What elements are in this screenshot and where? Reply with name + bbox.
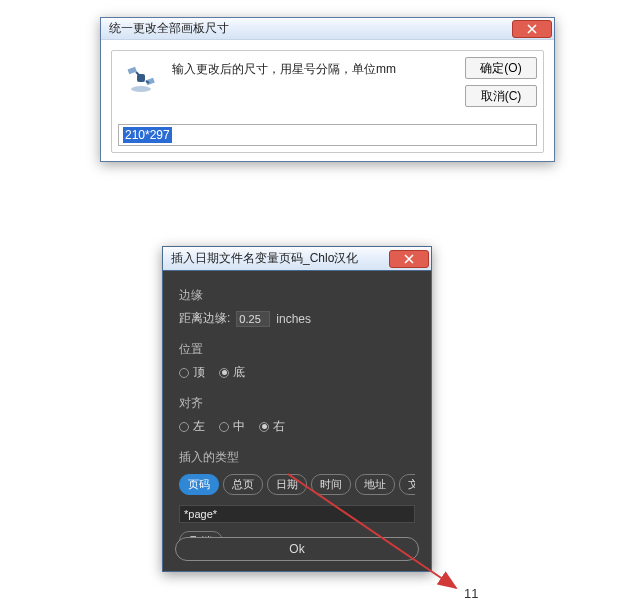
insert-type-row: 页码 总页 日期 时间 地址 文件名 [179,474,415,495]
dialog-message: 输入更改后的尺寸，用星号分隔，单位mm [172,61,396,78]
close-button[interactable] [512,20,552,38]
resize-artboards-dialog: 统一更改全部画板尺寸 输入更改后的尺寸，用星号分隔，单位mm 确定(O) 取消(… [100,17,555,162]
page-number: 11 [464,586,478,601]
titlebar[interactable]: 统一更改全部画板尺寸 [101,18,554,40]
svg-line-4 [136,72,139,75]
align-group-label: 对齐 [179,395,415,412]
dialog-title: 统一更改全部画板尺寸 [109,20,512,37]
position-radio-bottom[interactable]: 底 [219,364,245,381]
type-pill-date[interactable]: 日期 [267,474,307,495]
satellite-icon [124,61,158,95]
close-icon [527,24,537,34]
titlebar[interactable]: 插入日期文件名变量页码_Chlo汉化 [163,247,431,271]
dialog-buttons: 确定(O) 取消(C) [465,57,537,107]
size-input[interactable]: 210*297 [118,124,537,146]
type-pill-page[interactable]: 页码 [179,474,219,495]
dialog-inner: 输入更改后的尺寸，用星号分隔，单位mm 确定(O) 取消(C) 210*297 [111,50,544,153]
type-pill-filename[interactable]: 文件名 [399,474,415,495]
margin-group-label: 边缘 [179,287,415,304]
dialog-body: 输入更改后的尺寸，用星号分隔，单位mm 确定(O) 取消(C) 210*297 [101,40,554,161]
position-radio-row: 顶 底 [179,364,415,381]
margin-field-label: 距离边缘: [179,310,230,327]
align-radio-left[interactable]: 左 [179,418,205,435]
align-radio-right[interactable]: 右 [259,418,285,435]
dialog-title: 插入日期文件名变量页码_Chlo汉化 [171,250,389,267]
close-icon [404,254,414,264]
dialog-body: 边缘 距离边缘: inches 位置 顶 底 对齐 左 中 右 插入的类型 页码… [163,271,431,571]
position-group-label: 位置 [179,341,415,358]
insert-type-group-label: 插入的类型 [179,449,415,466]
align-radio-center[interactable]: 中 [219,418,245,435]
svg-point-0 [131,86,151,92]
ok-button[interactable]: Ok [175,537,419,561]
close-button[interactable] [389,250,429,268]
margin-unit: inches [276,312,311,326]
size-input-value: 210*297 [123,127,172,143]
ok-button[interactable]: 确定(O) [465,57,537,79]
margin-input[interactable] [236,311,270,327]
code-input[interactable] [179,505,415,523]
svg-rect-2 [128,67,137,74]
cancel-button[interactable]: 取消(C) [465,85,537,107]
type-pill-path[interactable]: 地址 [355,474,395,495]
type-pill-time[interactable]: 时间 [311,474,351,495]
margin-row: 距离边缘: inches [179,310,415,327]
insert-pagecode-dialog: 插入日期文件名变量页码_Chlo汉化 边缘 距离边缘: inches 位置 顶 … [162,246,432,572]
type-pill-total[interactable]: 总页 [223,474,263,495]
position-radio-top[interactable]: 顶 [179,364,205,381]
align-radio-row: 左 中 右 [179,418,415,435]
